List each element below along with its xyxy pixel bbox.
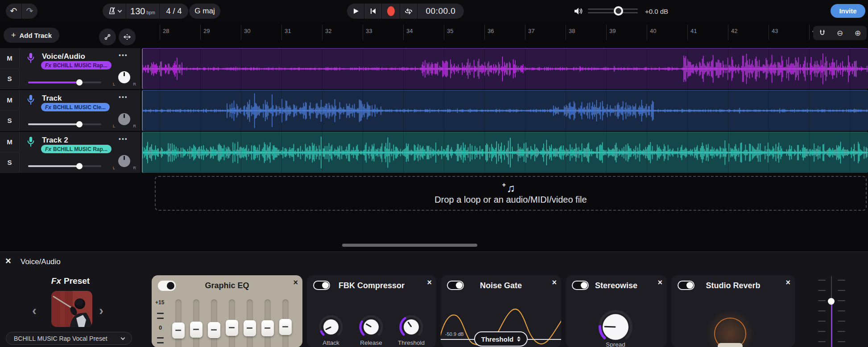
eq-band-slider[interactable]	[172, 299, 185, 347]
tempo-display[interactable]: 130 bpm	[126, 4, 159, 19]
preset-artwork[interactable]	[51, 291, 92, 327]
preset-prev-button[interactable]: ‹	[32, 303, 37, 318]
waveform-canvas	[143, 90, 868, 131]
undo-button[interactable]: ↶	[6, 4, 21, 19]
fx-badge[interactable]: Fx BCHILL MUSIC Cle...	[41, 103, 110, 111]
fader-knob[interactable]	[828, 298, 835, 305]
play-button[interactable]	[347, 4, 364, 19]
fx-badge[interactable]: Fx BCHILL MUSIC Rap...	[41, 61, 112, 69]
eq-band-slider[interactable]	[208, 299, 220, 347]
record-button[interactable]	[382, 4, 400, 19]
pan-knob[interactable]	[118, 71, 130, 83]
remove-effect-button[interactable]: ×	[293, 278, 298, 287]
reverb-slider-handle[interactable]	[718, 343, 743, 347]
master-volume-knob[interactable]	[614, 6, 623, 16]
effect-card-stereowise: Stereowise × Spread	[566, 275, 667, 347]
eq-slider-handle[interactable]	[226, 320, 238, 336]
pan-knob[interactable]	[118, 155, 130, 167]
preset-label: Preset	[64, 276, 90, 286]
fx-preset-header: FxPreset	[0, 276, 141, 286]
mute-button[interactable]: M	[0, 132, 20, 152]
automation-button[interactable]	[99, 29, 116, 45]
threshold-knob[interactable]	[398, 314, 425, 340]
add-track-button[interactable]: + Add Track	[4, 28, 59, 43]
key-button[interactable]: G maj	[189, 4, 220, 19]
remove-effect-button[interactable]: ×	[657, 278, 662, 287]
eq-slider-handle[interactable]	[190, 322, 203, 338]
speaker-icon[interactable]	[574, 7, 583, 16]
eq-slider-handle[interactable]	[208, 322, 220, 338]
track-title[interactable]: Voice/Audio	[42, 52, 85, 61]
eq-band-slider[interactable]	[261, 299, 274, 347]
slider-knob[interactable]	[76, 163, 83, 169]
slider-knob[interactable]	[76, 79, 83, 86]
track-header: M S Voice/Audio Fx BCHILL MUSIC Rap... •…	[0, 48, 141, 89]
invite-button[interactable]: Invite	[831, 4, 865, 18]
solo-button[interactable]: S	[0, 69, 20, 89]
music-note-icon: ♫	[507, 182, 515, 194]
track-menu-button[interactable]: •••	[119, 135, 128, 143]
fader-tick	[838, 280, 845, 281]
close-fx-panel-button[interactable]: ×	[5, 255, 11, 267]
eq-slider-handle[interactable]	[244, 320, 256, 336]
track-volume-slider[interactable]	[28, 121, 101, 127]
drop-zone[interactable]: + ♫ Drop a loop or an audio/MIDI/video f…	[155, 176, 867, 211]
zoom-out-button[interactable]: ⊖	[831, 26, 849, 40]
eq-slider-handle[interactable]	[261, 320, 274, 336]
remove-effect-button[interactable]: ×	[785, 278, 790, 287]
zoom-in-button[interactable]: ⊕	[849, 26, 867, 40]
mute-button[interactable]: M	[0, 48, 20, 69]
knob-label: Threshold	[391, 339, 431, 346]
preset-next-button[interactable]: ›	[99, 303, 103, 318]
attack-knob[interactable]	[318, 314, 344, 340]
redo-button[interactable]: ↷	[22, 4, 37, 19]
pan-knob[interactable]	[118, 113, 130, 125]
remove-effect-button[interactable]: ×	[427, 278, 432, 287]
mute-button[interactable]: M	[0, 90, 20, 110]
fader-tick	[838, 331, 845, 332]
eq-band-slider[interactable]	[244, 299, 256, 347]
audio-clip[interactable]	[142, 90, 868, 131]
remove-effect-button[interactable]: ×	[552, 278, 557, 287]
eq-scale-zero: 0	[159, 324, 162, 331]
audio-clip[interactable]	[142, 132, 868, 173]
eq-slider-handle[interactable]	[172, 323, 185, 339]
solo-button[interactable]: S	[0, 110, 20, 131]
metronome-button[interactable]	[103, 4, 126, 19]
eq-band-slider[interactable]	[226, 299, 238, 347]
time-signature[interactable]: 4 / 4	[160, 4, 188, 19]
track-volume-slider[interactable]	[28, 163, 101, 169]
track-menu-button[interactable]: •••	[119, 52, 128, 59]
fx-badge[interactable]: Fx BCHILL MUSIC Rap...	[41, 145, 112, 153]
preset-selector[interactable]: BCHILL MUSIC Rap Vocal Preset	[6, 332, 132, 345]
release-knob[interactable]	[358, 314, 384, 340]
fader-tick	[818, 321, 826, 322]
pan-needle	[124, 156, 125, 160]
slider-knob[interactable]	[76, 121, 83, 127]
master-volume-slider[interactable]	[588, 6, 638, 16]
daw-app: ↶ ↷ 130 bpm 4 / 4 G maj	[0, 0, 868, 347]
audio-clip[interactable]	[142, 48, 868, 89]
horizontal-scrollbar[interactable]	[342, 244, 477, 247]
skip-to-start-button[interactable]	[364, 4, 381, 19]
track-volume-fader[interactable]	[812, 276, 852, 347]
eq-slider-handle[interactable]	[279, 319, 292, 335]
ruler-tools: ⊖ ⊕	[813, 26, 867, 40]
fx-icon: Fx	[45, 62, 51, 69]
eq-band-slider[interactable]	[190, 299, 203, 347]
solo-button[interactable]: S	[0, 152, 20, 173]
loop-button[interactable]	[400, 4, 417, 19]
track-title[interactable]: Track	[42, 94, 62, 103]
snap-button[interactable]	[813, 26, 831, 40]
threshold-button[interactable]: Threshold	[474, 331, 528, 347]
track-volume-slider[interactable]	[28, 79, 101, 86]
eq-band-slider[interactable]	[279, 299, 292, 347]
track-title[interactable]: Track 2	[42, 136, 68, 145]
tempo-value: 130	[130, 6, 145, 16]
fx-icon: Fx	[45, 146, 51, 152]
quantize-button[interactable]	[119, 29, 136, 45]
spread-knob[interactable]	[597, 308, 634, 346]
timeline-ruler[interactable]: 2829303132333435363738394041424344	[142, 24, 868, 40]
track-menu-button[interactable]: •••	[119, 94, 128, 101]
effect-card-studio-reverb: Studio Reverb ×	[671, 275, 795, 347]
